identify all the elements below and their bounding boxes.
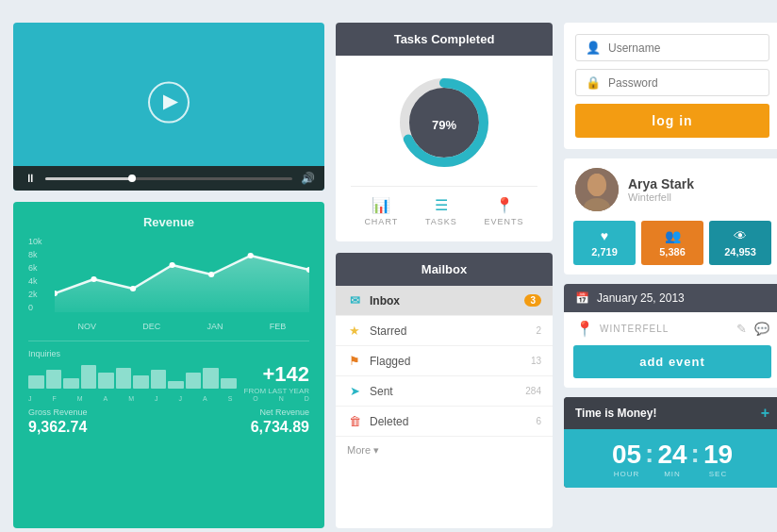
video-player: ⏸ 🔊 (13, 23, 324, 191)
flagged-label: Flagged (370, 355, 523, 368)
colon-1: : (645, 439, 653, 478)
chart-x-labels: NOV DEC JAN FEB (55, 322, 309, 331)
likes-count: 2,719 (591, 246, 618, 258)
username-field: 👤 (575, 34, 769, 61)
minutes-label: MIN (664, 470, 681, 478)
deleted-icon: 🗑 (347, 414, 362, 428)
tasks-tabs: 📊 CHART ☰ TASKS 📍 EVENTS (351, 186, 537, 226)
calendar-icon: 📅 (575, 291, 589, 305)
date-body: 📍 WINTERFELL ✎ 💬 (564, 312, 777, 345)
mail-sent[interactable]: ➤ Sent 284 (336, 376, 553, 407)
sent-count: 284 (525, 386, 541, 396)
bar-chart (28, 362, 237, 389)
tasks-card: Tasks Completed 79% 📊 CHART (336, 23, 553, 241)
svg-point-5 (208, 272, 214, 277)
stat-likes[interactable]: ♥ 2,719 (573, 221, 636, 265)
progress-fill (45, 177, 132, 180)
sent-icon: ➤ (347, 384, 362, 398)
tab-events[interactable]: 📍 EVENTS (485, 196, 524, 226)
stats-row: ♥ 2,719 👥 5,386 👁 24,953 (564, 221, 777, 274)
bar-x-labels: JFM AMJ JAS OND (28, 395, 309, 402)
timer-minutes: 24 MIN (657, 440, 686, 478)
tasks-header: Tasks Completed (336, 23, 553, 56)
line-chart (55, 237, 309, 312)
play-button[interactable] (148, 82, 190, 124)
tasks-body: 79% 📊 CHART ☰ TASKS 📍 EVENTS (336, 56, 553, 241)
video-controls: ⏸ 🔊 (13, 166, 324, 191)
svg-point-6 (248, 253, 254, 258)
pause-button[interactable]: ⏸ (23, 172, 38, 185)
mailbox-card: Mailbox ✉ Inbox 3 ★ Starred 2 ⚑ Flagged … (336, 253, 553, 528)
tab-tasks[interactable]: ☰ TASKS (425, 196, 457, 226)
mail-more[interactable]: More ▾ (336, 437, 553, 464)
from-last-year: FROM LAST YEAR (244, 387, 310, 395)
inquiries-label: Inquiries (28, 349, 309, 358)
mail-deleted[interactable]: 🗑 Deleted 6 (336, 407, 553, 437)
views-count: 24,953 (724, 246, 756, 258)
progress-bar[interactable] (45, 177, 292, 180)
tab-chart[interactable]: 📊 CHART (364, 196, 398, 226)
profile-card: Arya Stark Winterfell ♥ 2,719 👥 5,386 👁 … (564, 158, 777, 274)
colon-2: : (691, 439, 700, 478)
starred-count: 2 (536, 325, 541, 336)
password-field: 🔒 (575, 69, 769, 96)
user-icon: 👤 (586, 41, 601, 55)
hours-value: 05 (612, 440, 641, 470)
svg-point-4 (170, 262, 175, 268)
avatar (575, 168, 619, 211)
inbox-label: Inbox (370, 294, 517, 308)
sent-label: Sent (370, 385, 518, 398)
donut-percentage: 79% (432, 110, 456, 135)
timer-hours: 05 HOUR (612, 440, 641, 478)
timer-display: 05 HOUR : 24 MIN : 19 SEC (564, 429, 777, 488)
timer-seconds: 19 SEC (703, 440, 733, 478)
middle-column: Tasks Completed 79% 📊 CHART (336, 23, 553, 528)
timer-card: Time is Money! + 05 HOUR : 24 MIN : 19 S… (564, 397, 777, 488)
stat-views[interactable]: 👁 24,953 (709, 221, 771, 265)
revenue-card: Revenue 10k 8k 6k 4k 2k 0 (13, 202, 324, 528)
hours-label: HOUR (614, 470, 640, 478)
mailbox-header: Mailbox (336, 253, 553, 286)
inquiries-section: Inquiries (28, 341, 309, 402)
right-column: 👤 🔒 log in (564, 23, 777, 528)
add-event-button[interactable]: add event (573, 345, 771, 378)
deleted-label: Deleted (370, 415, 528, 428)
starred-icon: ★ (347, 324, 362, 338)
inbox-badge: 3 (524, 294, 541, 307)
password-input[interactable] (608, 76, 759, 90)
mail-flagged[interactable]: ⚑ Flagged 13 (336, 346, 553, 376)
events-icon: 📍 (495, 196, 514, 214)
date-header: 📅 January 25, 2013 (564, 284, 777, 312)
profile-info: Arya Stark Winterfell (628, 176, 769, 203)
chat-icon[interactable]: 💬 (754, 322, 769, 336)
date-card: 📅 January 25, 2013 📍 WINTERFELL ✎ 💬 add … (564, 284, 777, 388)
seconds-value: 19 (703, 440, 733, 470)
date-text: January 25, 2013 (597, 291, 685, 305)
stat-followers[interactable]: 👥 5,386 (641, 221, 703, 265)
flagged-count: 13 (531, 356, 541, 366)
timer-plus-button[interactable]: + (761, 405, 769, 422)
volume-button[interactable]: 🔊 (300, 172, 315, 185)
edit-icon[interactable]: ✎ (736, 322, 747, 336)
revenue-title: Revenue (28, 215, 309, 229)
location-icon: 📍 (575, 320, 594, 338)
timer-title: Time is Money! (575, 407, 656, 420)
lock-icon: 🔒 (586, 75, 601, 90)
gross-revenue: Gross Revenue 9,362.74 (28, 407, 88, 436)
tab-chart-label: CHART (364, 217, 398, 226)
svg-point-2 (91, 276, 96, 282)
dashboard: ⏸ 🔊 Revenue 10k 8k 6k 4k 2k 0 (0, 9, 777, 532)
mail-inbox[interactable]: ✉ Inbox 3 (336, 286, 553, 316)
username-input[interactable] (608, 42, 759, 55)
mail-starred[interactable]: ★ Starred 2 (336, 316, 553, 346)
chart-y-labels: 10k 8k 6k 4k 2k 0 (28, 237, 42, 312)
revenue-bottom: Gross Revenue 9,362.74 Net Revenue 6,734… (28, 407, 309, 436)
timer-header: Time is Money! + (564, 397, 777, 429)
profile-name: Arya Stark (628, 176, 769, 191)
heart-icon: ♥ (601, 228, 608, 243)
followers-count: 5,386 (659, 246, 686, 258)
minutes-value: 24 (657, 440, 686, 470)
login-button[interactable]: log in (575, 104, 769, 138)
location-text: WINTERFELL (600, 324, 731, 334)
svg-marker-0 (55, 256, 309, 312)
